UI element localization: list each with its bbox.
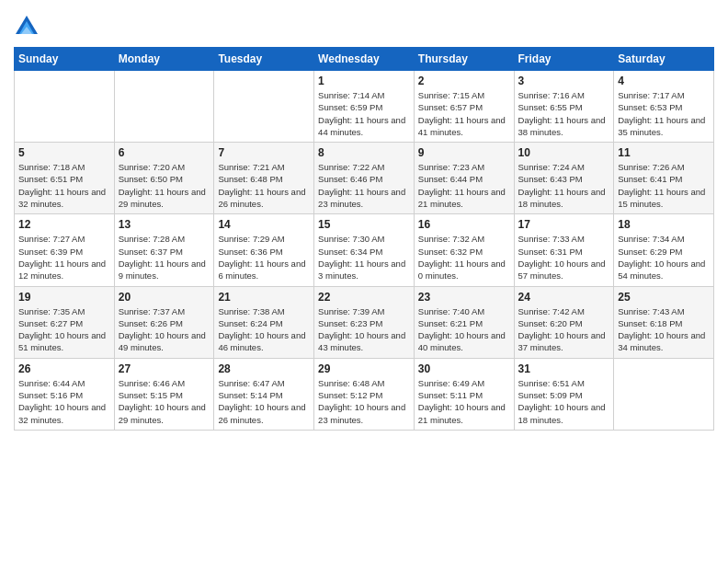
weekday-header-sunday: Sunday	[15, 48, 115, 71]
week-row-4: 26Sunrise: 6:44 AM Sunset: 5:16 PM Dayli…	[15, 358, 714, 430]
day-content: Sunrise: 7:16 AM Sunset: 6:55 PM Dayligh…	[518, 89, 610, 138]
day-content: Sunrise: 7:29 AM Sunset: 6:36 PM Dayligh…	[218, 233, 310, 282]
day-number: 21	[218, 291, 310, 304]
day-number: 28	[218, 362, 310, 375]
day-content: Sunrise: 6:51 AM Sunset: 5:09 PM Dayligh…	[518, 377, 610, 426]
day-content: Sunrise: 6:49 AM Sunset: 5:11 PM Dayligh…	[418, 377, 510, 426]
calendar-cell: 15Sunrise: 7:30 AM Sunset: 6:34 PM Dayli…	[314, 214, 415, 286]
day-content: Sunrise: 7:23 AM Sunset: 6:44 PM Dayligh…	[418, 161, 510, 210]
day-content: Sunrise: 7:24 AM Sunset: 6:43 PM Dayligh…	[518, 161, 610, 210]
day-content: Sunrise: 6:44 AM Sunset: 5:16 PM Dayligh…	[18, 377, 110, 426]
weekday-header-wednesday: Wednesday	[314, 48, 415, 71]
day-content: Sunrise: 7:35 AM Sunset: 6:27 PM Dayligh…	[18, 305, 110, 354]
day-content: Sunrise: 7:40 AM Sunset: 6:21 PM Dayligh…	[418, 305, 510, 354]
day-number: 16	[418, 218, 510, 231]
calendar-cell: 25Sunrise: 7:43 AM Sunset: 6:18 PM Dayli…	[614, 286, 714, 358]
day-number: 2	[418, 75, 510, 87]
calendar-cell: 13Sunrise: 7:28 AM Sunset: 6:37 PM Dayli…	[114, 214, 214, 286]
day-content: Sunrise: 7:20 AM Sunset: 6:50 PM Dayligh…	[119, 161, 210, 210]
day-number: 25	[618, 291, 710, 304]
calendar-cell: 11Sunrise: 7:26 AM Sunset: 6:41 PM Dayli…	[614, 143, 714, 214]
calendar-cell: 17Sunrise: 7:33 AM Sunset: 6:31 PM Dayli…	[514, 214, 614, 286]
day-number: 8	[318, 146, 410, 159]
weekday-header-saturday: Saturday	[614, 48, 714, 71]
day-number: 4	[618, 75, 710, 87]
day-number: 22	[318, 291, 410, 304]
calendar-cell: 19Sunrise: 7:35 AM Sunset: 6:27 PM Dayli…	[15, 286, 115, 358]
day-number: 13	[119, 218, 210, 231]
calendar-cell: 16Sunrise: 7:32 AM Sunset: 6:32 PM Dayli…	[414, 214, 514, 286]
day-content: Sunrise: 6:47 AM Sunset: 5:14 PM Dayligh…	[218, 377, 310, 426]
calendar-cell: 2Sunrise: 7:15 AM Sunset: 6:57 PM Daylig…	[414, 71, 514, 143]
calendar-cell: 31Sunrise: 6:51 AM Sunset: 5:09 PM Dayli…	[514, 358, 614, 430]
calendar-cell: 14Sunrise: 7:29 AM Sunset: 6:36 PM Dayli…	[214, 214, 314, 286]
calendar-table: SundayMondayTuesdayWednesdayThursdayFrid…	[14, 47, 714, 431]
calendar-cell: 10Sunrise: 7:24 AM Sunset: 6:43 PM Dayli…	[514, 143, 614, 214]
calendar-cell: 12Sunrise: 7:27 AM Sunset: 6:39 PM Dayli…	[15, 214, 115, 286]
day-number: 18	[618, 218, 710, 231]
day-content: Sunrise: 7:17 AM Sunset: 6:53 PM Dayligh…	[618, 89, 710, 138]
logo	[14, 14, 43, 40]
calendar-cell: 6Sunrise: 7:20 AM Sunset: 6:50 PM Daylig…	[114, 143, 214, 214]
day-content: Sunrise: 6:46 AM Sunset: 5:15 PM Dayligh…	[119, 377, 210, 426]
calendar-cell: 7Sunrise: 7:21 AM Sunset: 6:48 PM Daylig…	[214, 143, 314, 214]
calendar-cell: 18Sunrise: 7:34 AM Sunset: 6:29 PM Dayli…	[614, 214, 714, 286]
calendar-cell: 5Sunrise: 7:18 AM Sunset: 6:51 PM Daylig…	[15, 143, 115, 214]
weekday-header-monday: Monday	[114, 48, 214, 71]
calendar-cell: 4Sunrise: 7:17 AM Sunset: 6:53 PM Daylig…	[614, 71, 714, 143]
page: SundayMondayTuesdayWednesdayThursdayFrid…	[0, 0, 728, 563]
day-number: 15	[318, 218, 410, 231]
logo-icon	[14, 14, 40, 40]
day-content: Sunrise: 7:38 AM Sunset: 6:24 PM Dayligh…	[218, 305, 310, 354]
day-number: 23	[418, 291, 510, 304]
calendar-cell: 3Sunrise: 7:16 AM Sunset: 6:55 PM Daylig…	[514, 71, 614, 143]
day-content: Sunrise: 7:32 AM Sunset: 6:32 PM Dayligh…	[418, 233, 510, 282]
day-content: Sunrise: 7:18 AM Sunset: 6:51 PM Dayligh…	[18, 161, 110, 210]
day-number: 31	[518, 362, 610, 375]
day-content: Sunrise: 7:26 AM Sunset: 6:41 PM Dayligh…	[618, 161, 710, 210]
day-content: Sunrise: 7:43 AM Sunset: 6:18 PM Dayligh…	[618, 305, 710, 354]
calendar-cell	[214, 71, 314, 143]
day-number: 11	[618, 146, 710, 159]
calendar-cell: 28Sunrise: 6:47 AM Sunset: 5:14 PM Dayli…	[214, 358, 314, 430]
week-row-0: 1Sunrise: 7:14 AM Sunset: 6:59 PM Daylig…	[15, 71, 714, 143]
day-content: Sunrise: 7:34 AM Sunset: 6:29 PM Dayligh…	[618, 233, 710, 282]
week-row-2: 12Sunrise: 7:27 AM Sunset: 6:39 PM Dayli…	[15, 214, 714, 286]
day-content: Sunrise: 6:48 AM Sunset: 5:12 PM Dayligh…	[318, 377, 410, 426]
day-number: 9	[418, 146, 510, 159]
weekday-header-thursday: Thursday	[414, 48, 514, 71]
day-number: 17	[518, 218, 610, 231]
day-content: Sunrise: 7:30 AM Sunset: 6:34 PM Dayligh…	[318, 233, 410, 282]
day-number: 30	[418, 362, 510, 375]
header	[14, 9, 714, 40]
day-content: Sunrise: 7:37 AM Sunset: 6:26 PM Dayligh…	[119, 305, 210, 354]
calendar-cell: 26Sunrise: 6:44 AM Sunset: 5:16 PM Dayli…	[15, 358, 115, 430]
day-content: Sunrise: 7:28 AM Sunset: 6:37 PM Dayligh…	[119, 233, 210, 282]
day-content: Sunrise: 7:21 AM Sunset: 6:48 PM Dayligh…	[218, 161, 310, 210]
calendar-cell: 20Sunrise: 7:37 AM Sunset: 6:26 PM Dayli…	[114, 286, 214, 358]
calendar-cell: 27Sunrise: 6:46 AM Sunset: 5:15 PM Dayli…	[114, 358, 214, 430]
day-content: Sunrise: 7:33 AM Sunset: 6:31 PM Dayligh…	[518, 233, 610, 282]
day-content: Sunrise: 7:39 AM Sunset: 6:23 PM Dayligh…	[318, 305, 410, 354]
day-number: 27	[119, 362, 210, 375]
day-content: Sunrise: 7:42 AM Sunset: 6:20 PM Dayligh…	[518, 305, 610, 354]
day-number: 1	[318, 75, 410, 87]
day-number: 20	[119, 291, 210, 304]
calendar-cell	[15, 71, 115, 143]
weekday-header-friday: Friday	[514, 48, 614, 71]
day-number: 26	[18, 362, 110, 375]
calendar-cell: 9Sunrise: 7:23 AM Sunset: 6:44 PM Daylig…	[414, 143, 514, 214]
day-content: Sunrise: 7:22 AM Sunset: 6:46 PM Dayligh…	[318, 161, 410, 210]
calendar-cell: 21Sunrise: 7:38 AM Sunset: 6:24 PM Dayli…	[214, 286, 314, 358]
day-number: 10	[518, 146, 610, 159]
week-row-3: 19Sunrise: 7:35 AM Sunset: 6:27 PM Dayli…	[15, 286, 714, 358]
calendar-cell	[114, 71, 214, 143]
calendar-cell: 23Sunrise: 7:40 AM Sunset: 6:21 PM Dayli…	[414, 286, 514, 358]
day-number: 6	[119, 146, 210, 159]
day-number: 24	[518, 291, 610, 304]
calendar-cell: 29Sunrise: 6:48 AM Sunset: 5:12 PM Dayli…	[314, 358, 415, 430]
day-number: 7	[218, 146, 310, 159]
day-number: 5	[18, 146, 110, 159]
day-content: Sunrise: 7:27 AM Sunset: 6:39 PM Dayligh…	[18, 233, 110, 282]
day-number: 14	[218, 218, 310, 231]
